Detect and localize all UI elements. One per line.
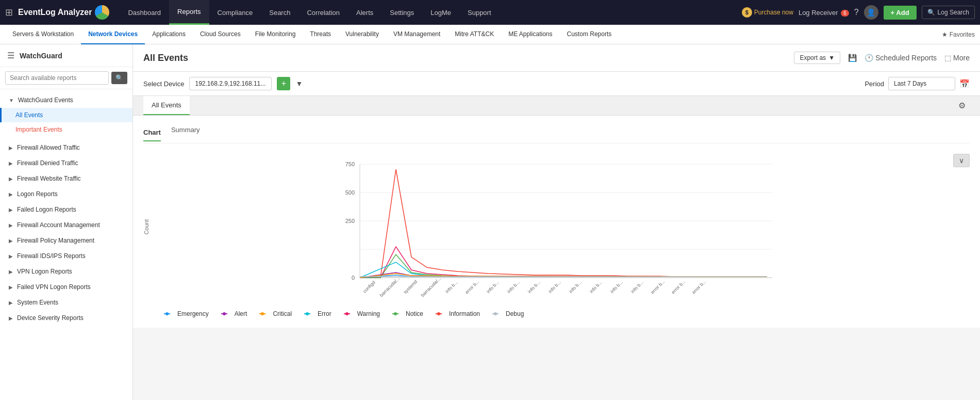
calendar-icon[interactable]: 📅 (959, 79, 970, 89)
save-icon: 💾 (848, 54, 857, 62)
sidebar-group-failed-logon[interactable]: ▶ Failed Logon Reports (0, 202, 132, 217)
nav-right: $ Purchase now Log Receiver 6 ? 👤 + Add … (742, 5, 975, 20)
nav-reports[interactable]: Reports (169, 0, 209, 25)
subnav-custom-reports[interactable]: Custom Reports (560, 25, 619, 44)
search-button[interactable]: 🔍 (111, 72, 127, 84)
subnav-mitre[interactable]: Mitre ATT&CK (447, 25, 501, 44)
nav-compliance[interactable]: Compliance (209, 0, 261, 25)
subnav-applications[interactable]: Applications (145, 25, 193, 44)
user-avatar[interactable]: 👤 (864, 5, 878, 20)
collapse-button[interactable]: ∨ (953, 154, 970, 167)
svg-text:info b...: info b... (547, 280, 562, 294)
nav-search[interactable]: Search (261, 0, 298, 25)
notification-badge: 6 (841, 10, 849, 17)
sidebar-title: WatchGuard (20, 52, 62, 60)
sidebar-group-firewall-allowed-label: Firewall Allowed Traffic (17, 144, 80, 151)
gear-icon[interactable]: ⚙ (954, 97, 970, 115)
filter-icon[interactable]: ▼ (295, 79, 303, 88)
dropdown-arrow-icon: ▼ (828, 54, 835, 61)
sidebar-item-important-events[interactable]: Important Events (0, 122, 132, 137)
scheduled-reports-button[interactable]: 🕐 Scheduled Reports (865, 54, 937, 62)
search-input[interactable] (5, 71, 109, 85)
subnav-file-monitoring[interactable]: File Monitoring (248, 25, 303, 44)
add-device-button[interactable]: + (277, 77, 290, 90)
chevron-right-icon: ▶ (9, 145, 13, 151)
nav-dashboard[interactable]: Dashboard (120, 0, 169, 25)
filter-right: Period Last 7 Days 📅 (865, 77, 970, 90)
device-input[interactable]: 192.168.2.9,192.168.11... (189, 77, 272, 90)
sidebar-item-all-events[interactable]: All Events (0, 108, 132, 122)
export-button[interactable]: Export as ▼ (794, 52, 840, 64)
more-button[interactable]: ⬚ More (944, 54, 970, 62)
sidebar-group-watchguard-events[interactable]: ▼ WatchGuard Events (0, 92, 132, 108)
sidebar-group-firewall-website[interactable]: ▶ Firewall Website Traffic (0, 171, 132, 186)
sidebar-group-firewall-account[interactable]: ▶ Firewall Account Management (0, 217, 132, 233)
chevron-right-icon: ▶ (9, 176, 13, 182)
svg-point-43 (494, 312, 497, 315)
favorites-button[interactable]: ★ Favorites (942, 31, 975, 38)
sidebar-header: ☰ WatchGuard (0, 44, 132, 67)
sidebar-group-firewall-ids[interactable]: ▶ Firewall IDS/IPS Reports (0, 248, 132, 264)
sidebar-group-firewall-allowed[interactable]: ▶ Firewall Allowed Traffic (0, 140, 132, 155)
chevron-right-icon: ▶ (9, 238, 13, 244)
sidebar-group-policy-label: Firewall Policy Management (17, 237, 94, 244)
svg-point-41 (437, 312, 440, 315)
legend-notice-label: Notice (406, 310, 423, 317)
log-receiver-link[interactable]: Log Receiver 6 (799, 9, 849, 17)
nav-settings[interactable]: Settings (381, 0, 422, 25)
legend-emergency: Emergency (164, 310, 209, 317)
legend-error: Error (304, 310, 331, 317)
grid-icon[interactable]: ⊞ (5, 7, 13, 18)
svg-point-35 (306, 312, 309, 315)
svg-text:barracuda/...: barracuda/... (420, 276, 442, 298)
chart-tab-chart[interactable]: Chart (143, 129, 161, 141)
svg-text:info b...: info b... (589, 280, 603, 294)
sidebar-group-account-label: Firewall Account Management (17, 221, 100, 229)
svg-point-29 (165, 312, 169, 315)
sidebar-group-vpn-logon[interactable]: ▶ VPN Logon Reports (0, 264, 132, 279)
sidebar-group-failed-vpn[interactable]: ▶ Failed VPN Logon Reports (0, 279, 132, 295)
subnav-network-devices[interactable]: Network Devices (81, 25, 145, 44)
svg-text:systemd: systemd (402, 279, 418, 295)
chart-tab-summary[interactable]: Summary (171, 126, 200, 138)
nav-alerts[interactable]: Alerts (348, 0, 381, 25)
nav-correlation[interactable]: Correlation (298, 0, 348, 25)
sidebar-group-firewall-denied[interactable]: ▶ Firewall Denied Traffic (0, 155, 132, 171)
sidebar-group-device-severity[interactable]: ▶ Device Severity Reports (0, 310, 132, 326)
svg-text:info b...: info b... (568, 280, 583, 294)
chevron-right-icon: ▶ (9, 253, 13, 259)
select-device-label: Select Device (143, 80, 184, 88)
svg-text:info b...: info b... (609, 280, 624, 294)
period-select[interactable]: Last 7 Days (888, 77, 955, 90)
help-icon[interactable]: ? (854, 8, 859, 17)
sidebar-menu-icon[interactable]: ☰ (7, 51, 14, 60)
sidebar-group-vpn-label: VPN Logon Reports (17, 268, 72, 275)
sidebar-group-firewall-website-label: Firewall Website Traffic (17, 175, 81, 182)
legend-alert-label: Alert (235, 310, 247, 317)
svg-text:info b...: info b... (527, 280, 541, 294)
svg-text:info b...: info b... (506, 280, 521, 294)
logo-circle (95, 5, 109, 20)
subnav-vm-management[interactable]: VM Management (386, 25, 447, 44)
period-label: Period (865, 80, 884, 88)
nav-logme[interactable]: LogMe (422, 0, 459, 25)
legend-critical: Critical (259, 310, 292, 317)
tab-all-events[interactable]: All Events (143, 96, 190, 115)
save-report-button[interactable]: 💾 (848, 54, 857, 62)
filter-bar: Select Device 192.168.2.9,192.168.11... … (133, 72, 980, 96)
purchase-now-button[interactable]: $ Purchase now (742, 7, 793, 18)
subnav-me-applications[interactable]: ME Applications (501, 25, 559, 44)
sidebar-group-system-events[interactable]: ▶ System Events (0, 295, 132, 310)
subnav-vulnerability[interactable]: Vulnerability (338, 25, 386, 44)
subnav-servers[interactable]: Servers & Workstation (5, 25, 81, 44)
add-button[interactable]: + Add (884, 6, 917, 20)
subnav-threats[interactable]: Threats (303, 25, 338, 44)
log-search-button[interactable]: 🔍 Log Search (922, 6, 975, 19)
nav-support[interactable]: Support (459, 0, 500, 25)
subnav-cloud-sources[interactable]: Cloud Sources (193, 25, 248, 44)
svg-text:info b...: info b... (486, 280, 500, 294)
sidebar-group-logon-reports[interactable]: ▶ Logon Reports (0, 186, 132, 202)
sidebar-group-failed-vpn-label: Failed VPN Logon Reports (17, 283, 91, 291)
sidebar-group-firewall-policy[interactable]: ▶ Firewall Policy Management (0, 233, 132, 248)
legend-debug: Debug (492, 310, 524, 317)
